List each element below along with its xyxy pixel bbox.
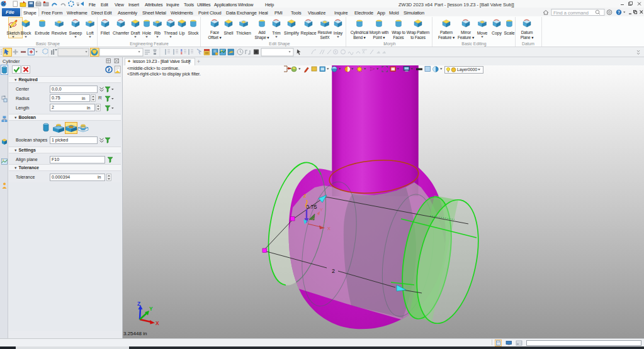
svg-text:X: X: [327, 226, 330, 231]
svg-text:Y: Y: [320, 207, 323, 213]
svg-text:Z: Z: [137, 301, 140, 307]
svg-text:3.25448 in: 3.25448 in: [123, 331, 147, 336]
svg-text:Z: Z: [303, 193, 307, 199]
svg-text:2: 2: [332, 268, 335, 274]
svg-text:0.75: 0.75: [306, 204, 317, 210]
svg-text:X: X: [155, 320, 159, 326]
svg-text:Y: Y: [149, 306, 153, 312]
svg-text:?: ?: [618, 10, 620, 14]
